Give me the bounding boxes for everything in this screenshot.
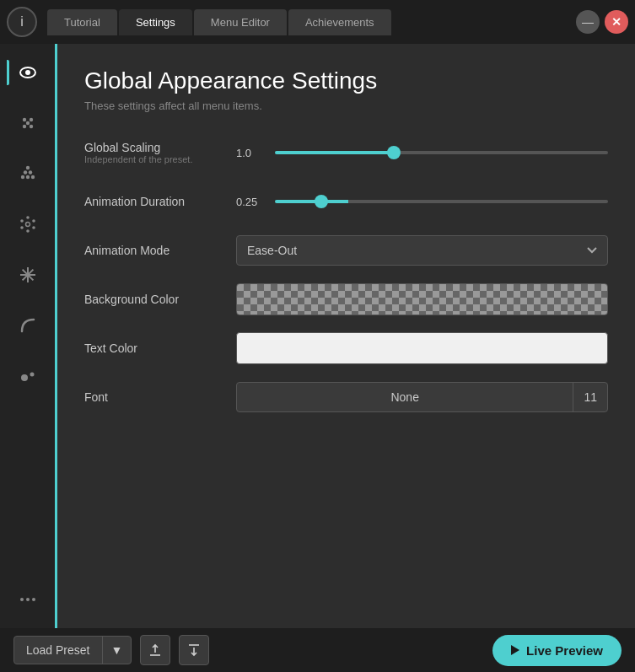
background-color-swatch[interactable] [236,283,608,315]
svg-point-2 [22,118,25,121]
svg-point-12 [28,170,31,174]
svg-point-16 [26,229,30,233]
load-preset-button[interactable]: Load Preset ▼ [13,636,132,664]
font-row: Font None 11 [84,380,608,414]
info-button[interactable]: i [7,7,37,37]
minimize-button[interactable]: — [576,10,600,34]
svg-point-26 [20,598,24,601]
font-name: None [237,383,573,411]
svg-point-13 [26,216,30,219]
tab-menu-editor[interactable]: Menu Editor [194,9,287,35]
play-icon [511,645,519,655]
svg-point-28 [32,598,35,601]
sidebar-item-sparkle[interactable] [9,256,46,293]
background-color-row: Background Color [84,282,608,316]
upload-button[interactable] [140,635,170,665]
upload-icon [148,642,163,658]
svg-point-27 [26,598,30,601]
svg-point-1 [25,70,30,75]
animation-mode-select[interactable]: Ease-In Ease-Out Ease-In-Out Linear [236,235,608,266]
text-color-row: Text Color [84,331,608,365]
svg-point-4 [22,125,25,128]
content-area: Global Appearance Settings These setting… [57,44,635,628]
text-color-swatch[interactable] [236,332,608,364]
load-preset-arrow-icon: ▼ [102,637,132,664]
svg-point-14 [32,219,35,223]
sidebar-item-dots-grid[interactable] [9,105,46,142]
background-color-label: Background Color [84,293,236,306]
tab-settings[interactable]: Settings [119,9,192,35]
svg-point-24 [21,374,28,381]
nav-tabs: Tutorial Settings Menu Editor Achievemen… [47,9,573,35]
global-scaling-control: 1.0 [236,147,608,159]
svg-point-8 [20,175,24,179]
svg-point-11 [23,170,26,174]
bottom-bar: Load Preset ▼ Live Preview [0,628,635,672]
sidebar-item-dots-two[interactable] [9,358,46,395]
global-scaling-sublabel: Independent of the preset. [84,154,236,164]
svg-point-3 [29,118,32,121]
animation-mode-control: Ease-In Ease-Out Ease-In-Out Linear [236,235,608,266]
animation-mode-label: Animation Mode [84,244,236,257]
page-subtitle: These settings affect all menu items. [84,99,608,112]
animation-mode-row: Animation Mode Ease-In Ease-Out Ease-In-… [84,234,608,267]
animation-duration-label: Animation Duration [84,195,236,208]
background-color-control [236,283,608,315]
tab-tutorial[interactable]: Tutorial [47,9,117,35]
download-icon [186,642,202,658]
live-preview-label: Live Preview [526,643,603,658]
svg-point-25 [30,373,34,377]
animation-duration-control: 0.25 [236,196,608,208]
page-title: Global Appearance Settings [84,67,608,94]
sidebar-item-eye[interactable] [9,54,46,91]
window-controls: — ✕ [576,10,628,34]
font-label: Font [84,390,236,404]
live-preview-button[interactable]: Live Preview [492,635,622,666]
global-scaling-label: Global Scaling Independent of the preset… [84,141,236,164]
main-layout: Global Appearance Settings These setting… [0,44,635,628]
svg-point-6 [25,121,29,125]
svg-point-17 [20,226,24,229]
font-count: 11 [573,383,607,411]
global-scaling-row: Global Scaling Independent of the preset… [84,136,608,169]
load-preset-label: Load Preset [14,637,102,664]
sidebar [0,44,57,628]
top-bar: i Tutorial Settings Menu Editor Achievem… [0,0,635,44]
sidebar-item-more[interactable] [9,581,46,618]
svg-point-19 [25,223,30,227]
download-button[interactable] [179,635,209,665]
global-scaling-slider[interactable] [275,151,608,154]
svg-point-10 [30,175,34,179]
svg-point-18 [20,219,24,223]
global-scaling-value: 1.0 [236,147,266,159]
svg-point-5 [29,125,32,128]
svg-point-9 [25,175,29,179]
font-selector[interactable]: None 11 [236,382,608,412]
text-color-control [236,332,608,364]
svg-point-15 [32,226,35,229]
animation-duration-slider[interactable] [275,200,608,203]
tab-achievements[interactable]: Achievements [288,9,391,35]
svg-point-7 [25,166,29,169]
sidebar-item-curve[interactable] [9,307,46,344]
text-color-label: Text Color [84,341,236,355]
close-button[interactable]: ✕ [605,10,628,34]
font-control: None 11 [236,382,608,412]
animation-duration-value: 0.25 [236,196,266,208]
sidebar-item-dots-ring[interactable] [9,206,46,243]
sidebar-item-dots-triangle[interactable] [9,155,46,192]
animation-duration-row: Animation Duration 0.25 [84,185,608,218]
